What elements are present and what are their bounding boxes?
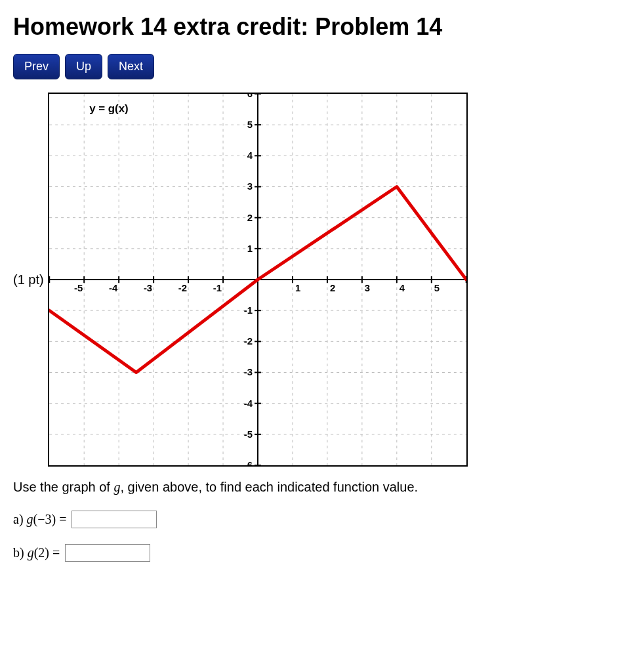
svg-text:-6: -6 xyxy=(244,460,253,465)
answer-a-fn: g xyxy=(27,512,33,526)
answer-a-label: a) g(−3) = xyxy=(13,512,66,527)
graph-plot: -6-5-4-3-2-1123456-6-5-4-3-2-1123456y = … xyxy=(48,93,468,467)
svg-text:-3: -3 xyxy=(144,283,152,293)
svg-text:2: 2 xyxy=(330,283,335,293)
svg-text:1: 1 xyxy=(247,243,252,254)
svg-text:-5: -5 xyxy=(244,429,253,440)
answer-a-arg: (−3) xyxy=(33,512,56,526)
answer-b-fn: g xyxy=(28,545,34,560)
page-title: Homework 14 extra credit: Problem 14 xyxy=(13,13,622,41)
svg-text:5: 5 xyxy=(247,119,252,130)
svg-text:y = g(x): y = g(x) xyxy=(89,102,129,115)
svg-text:-4: -4 xyxy=(109,283,118,293)
svg-text:4: 4 xyxy=(247,150,253,161)
up-button[interactable]: Up xyxy=(65,54,102,79)
answer-b-label: b) g(2) = xyxy=(13,545,60,560)
svg-text:5: 5 xyxy=(434,283,439,293)
instruction-post: , given above, to find each indicated fu… xyxy=(120,480,418,494)
nav-buttons: Prev Up Next xyxy=(13,54,622,79)
svg-text:3: 3 xyxy=(247,181,252,192)
svg-text:-2: -2 xyxy=(178,283,187,293)
svg-text:1: 1 xyxy=(295,283,300,293)
answer-b-prefix: b) xyxy=(13,545,28,560)
svg-text:-4: -4 xyxy=(244,398,253,409)
answer-a-prefix: a) xyxy=(13,512,27,526)
svg-text:-1: -1 xyxy=(213,283,222,293)
svg-text:-3: -3 xyxy=(244,367,253,377)
prev-button[interactable]: Prev xyxy=(13,54,60,79)
instruction-fn: g xyxy=(113,480,120,494)
answer-b-arg: (2) xyxy=(34,545,49,560)
svg-text:2: 2 xyxy=(247,213,252,223)
chart-svg: -6-5-4-3-2-1123456-6-5-4-3-2-1123456y = … xyxy=(49,94,466,465)
answer-b-input[interactable] xyxy=(65,544,150,562)
svg-text:-5: -5 xyxy=(74,283,83,293)
svg-text:6: 6 xyxy=(247,94,252,99)
answer-a-eq: = xyxy=(56,512,66,526)
svg-text:4: 4 xyxy=(399,283,405,293)
answer-b-row: b) g(2) = xyxy=(13,544,622,562)
instruction-pre: Use the graph of xyxy=(13,480,113,494)
svg-text:3: 3 xyxy=(365,283,370,293)
instruction-text: Use the graph of g, given above, to find… xyxy=(13,480,622,495)
points-label: (1 pt) xyxy=(13,272,44,287)
answer-b-eq: = xyxy=(49,545,60,560)
answer-a-row: a) g(−3) = xyxy=(13,511,622,528)
answer-a-input[interactable] xyxy=(72,511,157,528)
svg-text:-1: -1 xyxy=(244,305,253,316)
problem-row: (1 pt) -6-5-4-3-2-1123456-6-5-4-3-2-1123… xyxy=(13,93,622,467)
svg-text:-2: -2 xyxy=(244,336,253,346)
next-button[interactable]: Next xyxy=(108,54,154,79)
